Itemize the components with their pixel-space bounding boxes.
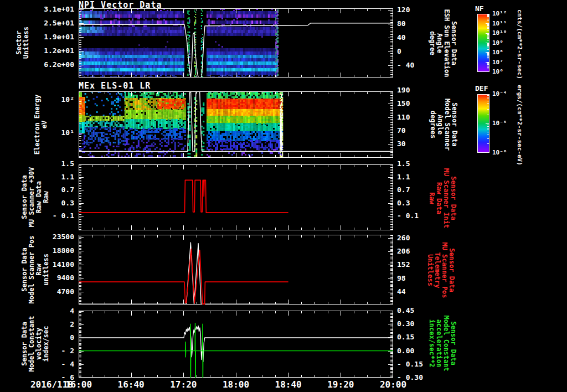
- y-right-tick-label: 70: [397, 127, 437, 135]
- y-left-tick-label: 10²: [0, 96, 74, 104]
- plot-page: NPI Vector Data MEx ELS-01 LR NF DEF cnt…: [0, 0, 567, 392]
- nf-colorbar-unit: cnts/(cm**2-sr-sec): [516, 9, 523, 79]
- x-tick-label: 16:00: [54, 379, 104, 390]
- y-right-tick-label: 110: [397, 114, 437, 121]
- mu-scanner-30v-plot: [79, 164, 393, 230]
- y-left-tick-label: - 2: [0, 347, 74, 355]
- y-left-tick-label: 2: [0, 321, 74, 328]
- y-right-tick-label: - 40: [397, 61, 437, 69]
- y-right-tick-label: 0.7: [397, 186, 437, 194]
- colorbar-tick-label: 10⁷: [492, 59, 503, 66]
- y-right-tick-label: 0: [397, 48, 437, 55]
- nf-colorbar: [477, 14, 489, 72]
- y-right-tick-label: 150: [397, 100, 437, 107]
- y-right-tick-label: 1.1: [397, 173, 437, 181]
- y-right-tick-label: 260: [397, 234, 437, 242]
- model-constant-plot: [79, 311, 393, 378]
- y-right-tick-label: 0.15: [397, 333, 437, 341]
- colorbar-tick-label: 10⁻⁶: [492, 149, 507, 156]
- y-right-tick-label: 0.30: [397, 320, 437, 328]
- y-right-tick-label: 0.00: [397, 347, 437, 355]
- y-left-tick-label: 4700: [0, 288, 74, 296]
- colorbar-tick-label: 10¹⁰: [492, 30, 507, 37]
- def-colorbar-unit: ergs/(cm**2-sr-sec-eV): [516, 85, 523, 166]
- els-spectrogram-plot: [79, 91, 393, 158]
- y-right-tick-label: 0.45: [397, 307, 437, 314]
- y-left-tick-label: 9400: [0, 274, 74, 282]
- y-right-tick-label: 98: [397, 275, 437, 282]
- y-right-tick-label: 206: [397, 247, 437, 255]
- y-right-tick-label: - 0.1: [397, 212, 437, 220]
- y-right-tick-label: 190: [397, 86, 437, 94]
- y-left-tick-label: 23500: [0, 233, 74, 241]
- colorbar-tick-label: 10⁻⁵: [492, 120, 507, 127]
- model-scanner-pos-plot: [79, 235, 393, 305]
- panel-els-title: MEx ELS-01 LR: [79, 81, 151, 91]
- els-left-axis-label: Electron Energy eV: [34, 95, 48, 154]
- y-left-tick-label: 1.9e+01: [0, 33, 74, 41]
- x-tick-label: 20:00: [368, 379, 418, 390]
- y-left-tick-label: 0.3: [0, 199, 74, 207]
- colorbar-tick-label: 10⁹: [492, 40, 503, 47]
- y-right-tick-label: 1.5: [397, 160, 437, 168]
- y-right-tick-label: 80: [397, 20, 437, 28]
- colorbar-tick-label: 10⁻⁴: [492, 91, 507, 97]
- y-left-tick-label: 6.2e+00: [0, 61, 74, 69]
- y-left-tick-label: 1.2e+01: [0, 47, 74, 55]
- y-left-tick-label: 0: [0, 334, 74, 342]
- x-tick-label: 18:40: [264, 379, 313, 390]
- y-right-tick-label: 0.3: [397, 199, 437, 207]
- y-left-tick-label: - 0.1: [0, 212, 74, 220]
- y-right-tick-label: 44: [397, 288, 437, 296]
- y-left-tick-label: 1.1: [0, 173, 74, 181]
- y-left-tick-label: 3.1e+01: [0, 6, 74, 13]
- y-left-tick-label: 4: [0, 307, 74, 315]
- npi-spectrogram-plot: [79, 8, 393, 78]
- y-right-tick-label: 30: [397, 140, 437, 148]
- y-right-tick-label: 152: [397, 261, 437, 269]
- colorbar-tick-label: 10⁶: [492, 69, 503, 75]
- def-colorbar: [477, 94, 489, 153]
- colorbar-tick-label: 10¹¹: [492, 20, 507, 27]
- colorbar-tick-label: 10⁸: [492, 49, 503, 56]
- y-left-tick-label: 2.5e+01: [0, 19, 74, 27]
- y-left-tick-label: 10¹: [0, 129, 74, 137]
- y-left-tick-label: - 4: [0, 360, 74, 368]
- y-left-tick-label: 1.5: [0, 160, 74, 168]
- colorbar-tick-label: 10¹²: [492, 11, 507, 17]
- y-left-tick-label: 14100: [0, 261, 74, 269]
- y-right-tick-label: - 0.15: [397, 360, 437, 368]
- y-left-tick-label: 18800: [0, 247, 74, 255]
- y-left-tick-label: 0.7: [0, 186, 74, 194]
- x-tick-label: 16:40: [106, 379, 156, 390]
- y-right-tick-label: 120: [397, 6, 437, 14]
- y-right-tick-label: 40: [397, 34, 437, 42]
- x-tick-label: 19:20: [316, 379, 365, 390]
- x-tick-label: 18:00: [211, 379, 261, 390]
- x-tick-label: 17:20: [158, 379, 208, 390]
